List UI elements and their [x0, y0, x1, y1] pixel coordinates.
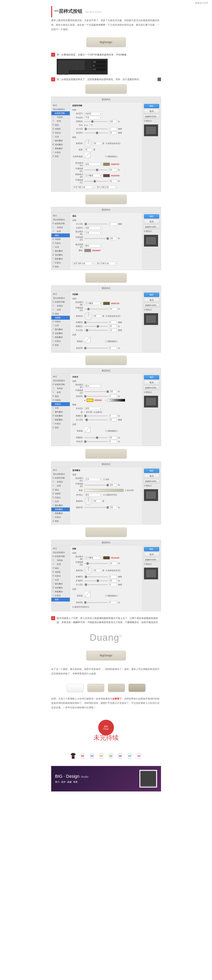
anti[interactable]: ☐ 消除锯齿(L): [105, 430, 118, 433]
ok-button[interactable]: 确定: [144, 375, 159, 379]
left-subitem-1[interactable]: 纹理: [51, 229, 70, 234]
contour-thumb[interactable]: [84, 426, 104, 435]
left-item-4[interactable]: 光泽: [51, 245, 70, 249]
left-item-3[interactable]: 内发光: [51, 320, 70, 324]
left-item-8[interactable]: 外发光: [51, 515, 70, 519]
left-subitem-0[interactable]: 等高线: [51, 115, 70, 119]
anti-alias[interactable]: ☐ 消除锯齿(L): [105, 155, 118, 158]
demo-main-button[interactable]: BigDesign: [86, 37, 126, 47]
left-subitem-0[interactable]: 等高线: [51, 304, 70, 308]
left-item-4[interactable]: 光泽: [51, 500, 70, 504]
left-item-0[interactable]: 斜面和浮雕: [51, 555, 70, 558]
style-select[interactable]: 内斜面: [84, 112, 102, 115]
left-item-9[interactable]: 投影: [51, 154, 70, 158]
left-item-3[interactable]: 内发光: [51, 574, 70, 578]
align[interactable]: ☑ 与图层对齐(I): [103, 493, 117, 496]
left-item-6[interactable]: 渐变叠加: [51, 331, 70, 336]
set-default-btn[interactable]: 设置为默认值: [72, 186, 94, 189]
op-slider[interactable]: [84, 391, 108, 392]
size-input[interactable]: 1: [109, 127, 117, 130]
op-slider[interactable]: [84, 563, 108, 564]
left-item-0[interactable]: 斜面和浮雕: [51, 476, 70, 480]
demo-btn-white[interactable]: [67, 684, 84, 692]
left-item-4[interactable]: 光泽: [51, 324, 70, 328]
reset-default-btn[interactable]: 复位为默认值: [96, 186, 118, 189]
choke-input[interactable]: 54: [109, 325, 117, 328]
noise-input[interactable]: 0: [109, 601, 117, 604]
cancel-button[interactable]: 取消: [144, 552, 159, 557]
blend-select[interactable]: 正片叠底: [84, 556, 102, 559]
size-input[interactable]: 4: [109, 583, 117, 586]
size-slider[interactable]: [84, 584, 108, 585]
dither[interactable]: ☐ 仿色: [103, 478, 110, 481]
reverse[interactable]: ☐ 反向(R): [125, 489, 134, 492]
height-input[interactable]: 70: [84, 148, 92, 151]
knockout[interactable]: ☑ 图层挖空投影(U): [72, 606, 89, 608]
left-subitem-1[interactable]: 纹理: [51, 390, 70, 395]
ok-button[interactable]: 确定: [144, 214, 159, 218]
sd-op-slider[interactable]: [84, 181, 108, 182]
left-item-9[interactable]: 投影: [51, 519, 70, 523]
angle-input[interactable]: 90: [93, 315, 101, 318]
left-item-8[interactable]: 外发光: [51, 422, 70, 426]
size-input[interactable]: 1: [109, 223, 117, 226]
tshirt-icon-5[interactable]: [117, 753, 124, 759]
sd-mode-select[interactable]: 正片叠底: [84, 174, 102, 177]
size-slider[interactable]: [84, 224, 108, 224]
ok-button[interactable]: 确定: [144, 104, 159, 108]
left-item-8[interactable]: 外发光: [51, 339, 70, 343]
op-slider[interactable]: [84, 238, 108, 239]
left-item-2[interactable]: 内阴影: [51, 127, 70, 131]
left-item-8[interactable]: 外发光: [51, 594, 70, 598]
left-item-5[interactable]: 颜色叠加: [51, 504, 70, 508]
global[interactable]: ☑ 使用全局光(G): [105, 569, 120, 572]
grad-radio[interactable]: ○: [105, 399, 106, 401]
range-slider[interactable]: [84, 437, 108, 438]
ok-button[interactable]: 确定: [144, 547, 159, 551]
tshirt-icon-0[interactable]: [70, 753, 77, 759]
left-item-2[interactable]: 内阴影: [51, 398, 70, 402]
dir-up[interactable]: ● 上: [84, 124, 88, 127]
contour-thumb[interactable]: [84, 591, 104, 600]
range-input[interactable]: 50: [109, 436, 117, 439]
cancel-button[interactable]: 取消: [144, 380, 159, 385]
dist-slider[interactable]: [84, 322, 108, 323]
left-item-4[interactable]: 光泽: [51, 135, 70, 139]
color-swatch[interactable]: [103, 556, 110, 559]
left-item-7[interactable]: 图案叠加: [51, 511, 70, 515]
angle-dial[interactable]: [84, 312, 92, 320]
contour-thumb[interactable]: [84, 152, 104, 161]
gradient-preview[interactable]: [107, 399, 125, 402]
left-item-9[interactable]: 投影: [51, 598, 70, 601]
global-light[interactable]: ☑ 使用全局光(G): [105, 142, 120, 145]
left-item-3[interactable]: 内发光: [51, 496, 70, 500]
noise-slider[interactable]: [84, 348, 108, 348]
left-item-0[interactable]: 斜面和浮雕: [51, 111, 70, 115]
op-input[interactable]: 14: [109, 307, 117, 311]
angle-dial[interactable]: [84, 566, 92, 574]
op-input[interactable]: 10: [109, 562, 117, 565]
demo-result-button[interactable]: BigDesign: [86, 651, 126, 660]
left-item-2[interactable]: 内阴影: [51, 570, 70, 574]
left-item-6[interactable]: 渐变叠加: [51, 586, 70, 590]
left-item-5[interactable]: 颜色叠加: [51, 249, 70, 253]
noise-input[interactable]: 0: [109, 395, 117, 398]
left-item-9[interactable]: 投影: [51, 265, 70, 269]
dist-slider[interactable]: [84, 576, 108, 577]
op-input[interactable]: 100: [109, 390, 117, 393]
src-edge[interactable]: ● 边缘(G): [94, 411, 102, 414]
op-input[interactable]: 100: [109, 237, 117, 240]
contour-thumb[interactable]: [84, 337, 104, 346]
choke-slider[interactable]: [84, 415, 108, 416]
spread-slider[interactable]: [84, 581, 108, 581]
left-item-1[interactable]: 描边: [51, 566, 70, 570]
left-item-1[interactable]: 描边: [51, 488, 70, 492]
preview-checkbox[interactable]: ☑ 预览(V): [144, 391, 159, 394]
cancel-button[interactable]: 取消: [144, 298, 159, 302]
sd-op-input[interactable]: 40: [109, 180, 117, 183]
left-subitem-1[interactable]: 纹理: [51, 308, 70, 312]
blend-select[interactable]: 正片叠底: [84, 302, 102, 305]
noise-slider[interactable]: [84, 396, 108, 397]
color-radio[interactable]: ●: [84, 399, 86, 401]
style-select[interactable]: 线性: [84, 493, 102, 496]
